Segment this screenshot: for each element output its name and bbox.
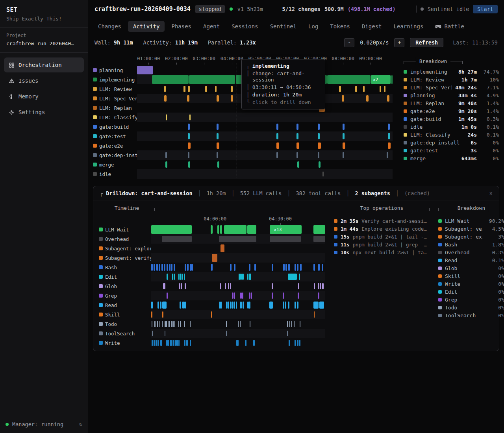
gantt-bar[interactable]: [165, 161, 167, 168]
tab-changes[interactable]: Changes: [93, 21, 126, 32]
gantt-bar[interactable]: [366, 95, 369, 102]
gantt-bar: [230, 302, 232, 309]
gantt-bar[interactable]: [276, 124, 278, 130]
gantt-bar[interactable]: [217, 124, 219, 130]
tab-tokens[interactable]: Tokens: [325, 21, 355, 32]
gantt-bar[interactable]: [388, 124, 390, 130]
gantt-bar[interactable]: [231, 95, 233, 102]
gantt-bar[interactable]: [391, 75, 393, 84]
gantt-bar[interactable]: [388, 133, 390, 139]
gantt-bar[interactable]: [276, 142, 279, 149]
close-icon[interactable]: ×: [489, 190, 493, 196]
gantt-bar[interactable]: [387, 95, 389, 102]
gantt-bar[interactable]: [343, 142, 345, 149]
gantt-bar[interactable]: [363, 86, 365, 92]
gantt-bar[interactable]: [318, 152, 319, 158]
gantt-bar[interactable]: [217, 95, 219, 102]
tab-learnings[interactable]: Learnings: [389, 21, 429, 32]
gantt-bar[interactable]: [327, 75, 371, 84]
gantt-bar[interactable]: [296, 124, 298, 130]
gantt-bar[interactable]: [343, 133, 345, 139]
row-legend-swatch: [99, 322, 103, 326]
gantt-bar[interactable]: [183, 86, 185, 92]
sidebar-item-orchestration[interactable]: Orchestration: [4, 57, 84, 72]
gantt-bar[interactable]: [297, 161, 299, 168]
gantt-tooltip[interactable]: ┌implementing │change: cart-and-session …: [241, 59, 325, 109]
gantt-bar[interactable]: [276, 133, 278, 139]
gantt-bar[interactable]: [189, 115, 191, 120]
sidebar-item-issues[interactable]: Issues: [4, 73, 84, 88]
gantt-bar[interactable]: [188, 161, 190, 168]
gantt-bar[interactable]: [217, 142, 219, 149]
gantt-bar[interactable]: [152, 75, 189, 84]
gantt-bar[interactable]: [188, 142, 191, 149]
gantt-bar[interactable]: [165, 152, 167, 158]
operation-description: npx next build 2>&1 | tail…: [353, 250, 430, 255]
row-track: [151, 329, 325, 338]
gantt-bar[interactable]: [188, 152, 189, 158]
gantt-bar[interactable]: [342, 95, 344, 102]
sidebar: SET Ship Exactly This! Project craftbrew…: [0, 0, 88, 433]
zoom-out-button[interactable]: -: [344, 38, 354, 47]
breakdown-swatch: [404, 141, 407, 144]
gantt-bar[interactable]: [166, 115, 167, 120]
tooltip-duration: duration: 1h 20m: [252, 92, 302, 98]
gantt-bar[interactable]: [384, 86, 386, 92]
operation-duration: 10s: [341, 250, 350, 255]
gantt-bar[interactable]: [276, 152, 278, 158]
gantt-bar[interactable]: [137, 66, 153, 74]
gantt-bar[interactable]: [215, 86, 217, 92]
gantt-bar[interactable]: [343, 152, 344, 158]
tab-sessions[interactable]: Sessions: [226, 21, 263, 32]
gantt-bar[interactable]: [188, 133, 190, 139]
gantt-bar[interactable]: [318, 133, 320, 139]
gantt-bar[interactable]: [388, 142, 391, 149]
gantt-bar[interactable]: [296, 133, 298, 139]
gantt-bar[interactable]: [205, 86, 207, 92]
gantt-bar[interactable]: [322, 172, 324, 177]
zoom-in-button[interactable]: +: [394, 38, 404, 47]
tab-digest[interactable]: Digest: [357, 21, 387, 32]
gantt-bar[interactable]: [318, 124, 320, 130]
sidebar-item-settings[interactable]: Settings: [4, 105, 84, 120]
manager-refresh-icon[interactable]: ↻: [79, 421, 82, 427]
row-label: LLM: Spec Verify: [99, 96, 137, 102]
tab-phases[interactable]: Phases: [166, 21, 196, 32]
refresh-button[interactable]: Refresh: [410, 38, 443, 47]
gantt-bar[interactable]: [387, 152, 388, 158]
tab-log[interactable]: Log: [303, 21, 323, 32]
breakdown-swatch: [438, 251, 442, 254]
breakdown-row: planning33m 4s4.9%: [404, 91, 499, 99]
gantt-bar[interactable]: [319, 161, 321, 168]
gantt-bar[interactable]: [339, 86, 341, 92]
gantt-bar[interactable]: [189, 75, 235, 84]
gantt-bar[interactable]: [296, 152, 298, 158]
gantt-bar[interactable]: [188, 86, 190, 92]
tab-sentinel[interactable]: Sentinel: [265, 21, 302, 32]
gantt-bar[interactable]: [164, 95, 167, 102]
gantt-bar[interactable]: [188, 124, 190, 130]
gantt-bar[interactable]: [187, 95, 189, 102]
gantt-bar[interactable]: [164, 86, 166, 92]
gantt-bar: [314, 311, 315, 318]
start-button[interactable]: Start: [473, 5, 498, 13]
gantt-bar[interactable]: [380, 86, 382, 92]
tab-battle[interactable]: Battle: [430, 21, 469, 32]
row-label: Read: [105, 302, 117, 308]
gantt-bar[interactable]: [217, 152, 218, 158]
gantt-bar[interactable]: [231, 86, 233, 92]
gantt-bar[interactable]: [318, 142, 321, 149]
breakdown-time: 8h 27m: [458, 69, 477, 75]
gantt-bar[interactable]: [217, 161, 219, 168]
gantt-bar[interactable]: [343, 124, 345, 130]
sidebar-item-memory[interactable]: Memory: [4, 89, 84, 104]
tab-agent[interactable]: Agent: [198, 21, 225, 32]
row-legend-swatch: [93, 115, 97, 119]
row-label: Todo: [105, 321, 117, 327]
manager-status-text: Manager: running: [12, 421, 63, 427]
gantt-bar[interactable]: [296, 142, 299, 149]
gantt-bar[interactable]: [355, 86, 357, 92]
gantt-bar[interactable]: [217, 133, 219, 139]
breakdown-row: Bash1.8%: [438, 241, 504, 248]
tab-activity[interactable]: Activity: [128, 21, 165, 32]
